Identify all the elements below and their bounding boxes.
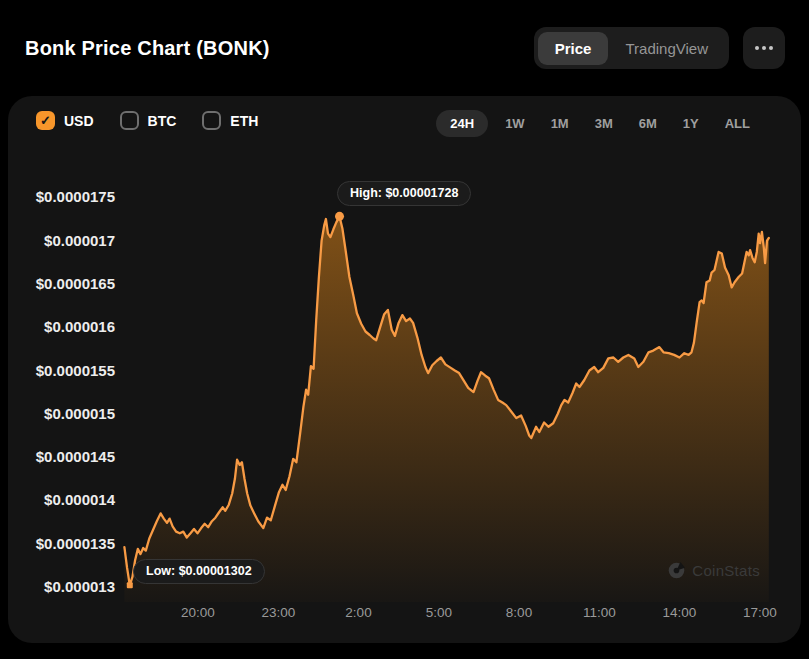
y-axis-label: $0.0000145 bbox=[36, 448, 115, 465]
x-axis-label: 20:00 bbox=[181, 605, 215, 620]
high-tooltip: High: $0.00001728 bbox=[337, 181, 471, 206]
x-axis-label: 14:00 bbox=[663, 605, 697, 620]
header: Bonk Price Chart (BONK) Price TradingVie… bbox=[0, 0, 809, 96]
high-point-marker bbox=[335, 212, 344, 221]
price-chart[interactable]: $0.0000175$0.000017$0.0000165$0.000016$0… bbox=[8, 96, 801, 643]
toggle-tradingview-button[interactable]: TradingView bbox=[608, 32, 725, 65]
page-title: Bonk Price Chart (BONK) bbox=[25, 37, 270, 60]
page: Bonk Price Chart (BONK) Price TradingVie… bbox=[0, 0, 809, 659]
low-tooltip: Low: $0.00001302 bbox=[133, 559, 265, 584]
y-axis-label: $0.0000165 bbox=[36, 275, 115, 292]
y-axis-label: $0.0000155 bbox=[36, 362, 115, 379]
more-options-button[interactable] bbox=[743, 27, 785, 69]
price-area bbox=[124, 216, 768, 602]
y-axis-label: $0.000016 bbox=[44, 318, 115, 335]
price-chart-canvas[interactable]: $0.0000175$0.000017$0.0000165$0.000016$0… bbox=[8, 96, 801, 643]
y-axis-label: $0.000014 bbox=[44, 491, 116, 508]
view-toggle: Price TradingView bbox=[534, 27, 729, 69]
coinstats-brand-text: CoinStats bbox=[692, 562, 760, 579]
ellipsis-icon bbox=[755, 46, 773, 50]
y-axis-label: $0.000017 bbox=[44, 232, 115, 249]
low-point-marker bbox=[127, 582, 133, 588]
x-axis-label: 2:00 bbox=[345, 605, 371, 620]
coinstats-watermark: CoinStats bbox=[668, 562, 760, 579]
x-axis-label: 8:00 bbox=[506, 605, 532, 620]
toggle-price-button[interactable]: Price bbox=[538, 32, 609, 65]
y-axis-label: $0.0000135 bbox=[36, 535, 115, 552]
y-axis-label: $0.000013 bbox=[44, 578, 115, 595]
x-axis-label: 5:00 bbox=[426, 605, 452, 620]
x-axis-label: 17:00 bbox=[743, 605, 777, 620]
chart-card: ✓ USD BTC ETH 24H 1W 1M 3M 6M 1Y ALL $0.… bbox=[8, 96, 801, 643]
x-axis-label: 23:00 bbox=[261, 605, 295, 620]
header-actions: Price TradingView bbox=[534, 27, 785, 69]
coinstats-logo-icon bbox=[668, 562, 685, 579]
y-axis-label: $0.0000175 bbox=[36, 188, 115, 205]
x-axis-label: 11:00 bbox=[583, 605, 616, 620]
y-axis-label: $0.000015 bbox=[44, 405, 115, 422]
